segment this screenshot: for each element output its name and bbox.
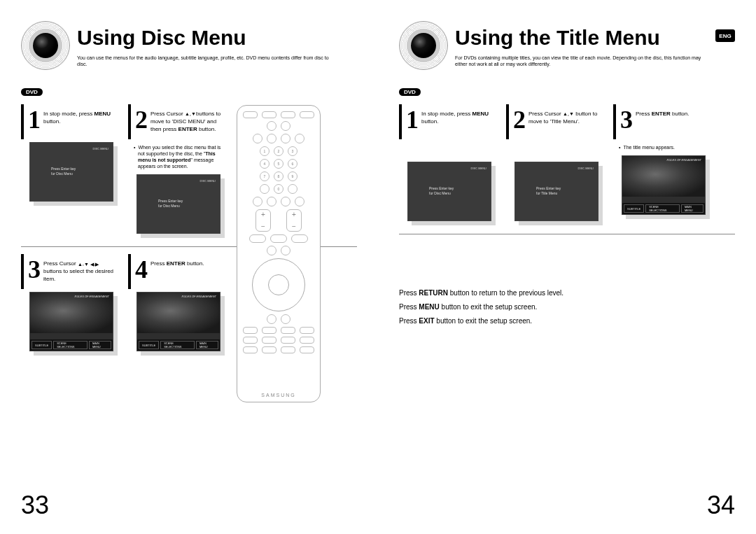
- step-number: 2: [513, 108, 526, 131]
- footer-line-exit: Press EXIT button to exit the setup scre…: [399, 314, 735, 328]
- speaker-icon: [21, 21, 70, 70]
- language-badge: ENG: [715, 29, 735, 42]
- tv-screenshot: DISC MENU Press Enter keyfor Disc Menu: [136, 174, 220, 234]
- tv-screenshot-movie: RULES OF ENGAGEMENT SUBTITLE SCENE SELEC…: [136, 292, 220, 351]
- steps-row: 1 In stop mode, press MENU button. DISC …: [399, 104, 735, 228]
- page-title: Using Disc Menu: [77, 26, 246, 50]
- page-title: Using the Title Menu: [455, 26, 660, 50]
- step-text: Press ENTER button.: [636, 108, 689, 118]
- step-4: 4 Press ENTER button. RULES OF ENGAGEMEN…: [128, 254, 230, 358]
- page-header: Using the Title Menu For DVDs containing…: [399, 21, 735, 70]
- tv-screenshot: DISC MENU Press Enter keyfor Disc Menu: [29, 142, 113, 202]
- step-3: 3 Press Cursor ▲,▼ ◀,▶ buttons to select…: [21, 254, 122, 358]
- step-note: When you select the disc menu that is no…: [128, 142, 230, 171]
- cursor-pad-icon: [252, 258, 305, 311]
- page-subtitle: You can use the menus for the audio lang…: [77, 55, 336, 67]
- speaker-icon: [399, 21, 448, 70]
- step-number: 1: [406, 108, 419, 131]
- step-text: Press Cursor ▲,▼buttons to move to 'DISC…: [150, 108, 225, 133]
- tv-screenshot: DISC MENU Press Enter keyfor Disc Menu: [407, 162, 491, 221]
- step-note: The title menu appears.: [613, 142, 715, 153]
- footer-instructions: Press RETURN button to return to the pre…: [399, 286, 735, 328]
- step-number: 3: [28, 258, 41, 281]
- step-text: Press Cursor ▲,▼ ◀,▶ buttons to select t…: [43, 258, 118, 283]
- remote-illustration: 123 456 789 0 +− +− SAMSUNG: [237, 105, 321, 402]
- step-text: In stop mode, press MENU button.: [43, 108, 118, 126]
- dvd-badge: DVD: [21, 88, 43, 96]
- step-text: Press Cursor ▲,▼ button to move to 'Titl…: [528, 108, 603, 126]
- footer-line-menu: Press MENU button to exit the setup scre…: [399, 300, 735, 314]
- manual-page-33: Using Disc Menu You can use the menus fo…: [0, 0, 378, 534]
- tv-screenshot-movie: RULES OF ENGAGEMENT SUBTITLE SCENE SELEC…: [622, 155, 706, 215]
- page-number: 34: [707, 491, 735, 520]
- step-1: 1 In stop mode, press MENU button. DISC …: [21, 104, 122, 241]
- dvd-badge: DVD: [399, 88, 421, 96]
- page-subtitle: For DVDs containing multiple titles, you…: [455, 55, 714, 67]
- step-2: 2 Press Cursor ▲,▼buttons to move to 'DI…: [128, 104, 230, 241]
- step-2: 2 Press Cursor ▲,▼ button to move to 'Ti…: [506, 104, 608, 228]
- step-text: In stop mode, press MENU button.: [421, 108, 496, 126]
- footer-line-return: Press RETURN button to return to the pre…: [399, 286, 735, 300]
- tv-screenshot-movie: RULES OF ENGAGEMENT SUBTITLE SCENE SELEC…: [29, 292, 113, 351]
- step-number: 4: [135, 258, 148, 281]
- step-text: Press ENTER button.: [150, 258, 204, 268]
- page-number: 33: [21, 491, 49, 520]
- step-number: 2: [135, 108, 148, 131]
- step-1: 1 In stop mode, press MENU button. DISC …: [399, 104, 500, 228]
- brand-label: SAMSUNG: [237, 393, 320, 398]
- step-number: 3: [620, 108, 633, 131]
- page-header: Using Disc Menu You can use the menus fo…: [21, 21, 357, 70]
- tv-screenshot: DISC MENU Press Enter keyfor Title Menu: [514, 162, 598, 221]
- step-number: 1: [28, 108, 41, 131]
- manual-page-34: Using the Title Menu For DVDs containing…: [378, 0, 756, 534]
- step-3: 3 Press ENTER button. The title menu app…: [613, 104, 715, 228]
